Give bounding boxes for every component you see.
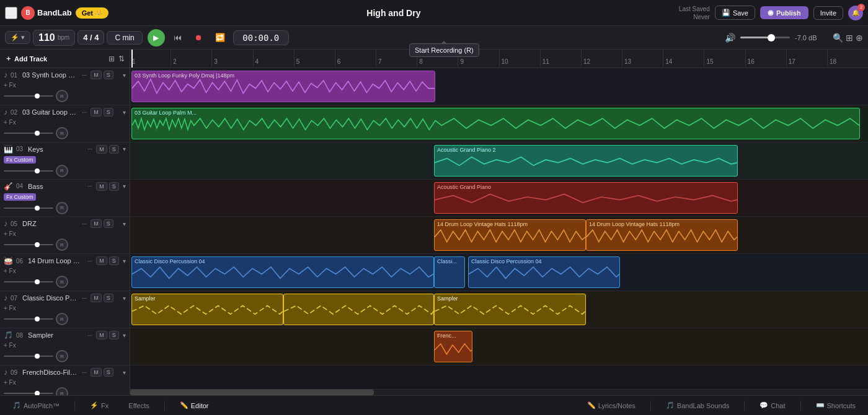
lyrics-tool[interactable]: ✏️ Lyrics/Notes — [582, 399, 640, 412]
track-menu-button[interactable]: ··· — [80, 369, 89, 377]
track-mute-button[interactable]: M — [96, 182, 107, 191]
track-mute-button[interactable]: M — [96, 331, 107, 339]
time-signature[interactable]: 4 / 4 — [78, 30, 104, 45]
track-volume-slider[interactable] — [4, 356, 53, 357]
save-button[interactable]: 💾 Save — [715, 6, 755, 20]
track-volume-slider[interactable] — [4, 318, 53, 320]
track-solo-button[interactable]: S — [104, 71, 113, 79]
track-menu-button[interactable]: ··· — [86, 257, 94, 265]
track-menu-button[interactable]: ··· — [86, 145, 94, 153]
volume-slider[interactable] — [740, 37, 790, 38]
track-list-tool-1[interactable]: ⊞ — [108, 55, 115, 63]
hamburger-menu-button[interactable] — [5, 7, 17, 19]
fx-custom-badge[interactable]: Fx Custom — [4, 193, 36, 201]
audio-clip[interactable]: Sampler — [434, 294, 586, 325]
track-menu-button[interactable]: ··· — [86, 182, 94, 190]
audio-clip[interactable]: 14 Drum Loop Vintage Hats 1118pm — [586, 219, 738, 251]
play-button[interactable]: ▶ — [148, 29, 165, 46]
track-mute-button[interactable]: M — [91, 71, 102, 79]
track-expand-button[interactable]: ▾ — [123, 72, 126, 79]
fx-tool[interactable]: ⚡ Fx — [85, 399, 113, 412]
audio-clip[interactable]: Acoustic Grand Piano — [434, 182, 738, 214]
audio-clip[interactable]: Acoustic Grand Piano 2 — [434, 145, 738, 177]
track-volume-slider[interactable] — [4, 281, 53, 282]
track-menu-button[interactable]: ··· — [80, 71, 89, 79]
add-track-button[interactable]: ＋ Add Track — [5, 54, 47, 63]
track-list-tool-2[interactable]: ⇅ — [118, 55, 125, 63]
track-expand-button[interactable]: ▾ — [123, 369, 126, 376]
track-volume-slider[interactable] — [4, 244, 53, 245]
track-expand-button[interactable]: ▾ — [123, 332, 126, 339]
track-volume-slider[interactable] — [4, 95, 53, 97]
track-volume-slider[interactable] — [4, 208, 53, 209]
track-add-fx[interactable]: + Fx — [4, 82, 16, 89]
publish-button[interactable]: ◉ Publish — [760, 6, 808, 19]
track-menu-button[interactable]: ··· — [80, 108, 89, 116]
track-add-fx[interactable]: + Fx — [4, 305, 16, 312]
track-solo-button[interactable]: S — [104, 368, 113, 377]
track-add-fx[interactable]: + Fx — [4, 379, 16, 386]
track-pan-knob[interactable]: R — [56, 276, 68, 288]
track-pan-knob[interactable]: R — [56, 387, 68, 395]
track-solo-button[interactable]: S — [104, 108, 113, 116]
key-display[interactable]: C min — [107, 31, 142, 45]
audio-clip[interactable]: 03 Guitar Loop Palm M... — [131, 108, 860, 139]
track-expand-button[interactable]: ▾ — [123, 258, 126, 264]
track-solo-button[interactable]: S — [109, 145, 119, 154]
editor-tool[interactable]: ✏️ Editor — [175, 399, 214, 412]
track-pan-knob[interactable]: R — [56, 127, 68, 139]
track-expand-button[interactable]: ▾ — [123, 221, 126, 227]
track-volume-slider[interactable] — [4, 170, 53, 172]
audio-clip[interactable]: 03 Synth Loop Funky Poly Dmaj |148pm — [131, 71, 435, 102]
invite-button[interactable]: Invite — [813, 6, 843, 20]
track-solo-button[interactable]: S — [104, 294, 113, 302]
track-pan-knob[interactable]: R — [56, 202, 68, 214]
track-solo-button[interactable]: S — [109, 182, 119, 191]
track-menu-button[interactable]: ··· — [80, 294, 89, 302]
track-add-fx[interactable]: + Fx — [4, 342, 16, 349]
track-menu-button[interactable]: ··· — [80, 220, 89, 228]
fx-custom-badge[interactable]: Fx Custom — [4, 156, 36, 164]
loop-button[interactable]: 🔁 — [212, 30, 228, 46]
audio-clip[interactable]: 14 Drum Loop Vintage Hats 1118pm — [434, 219, 586, 251]
track-mute-button[interactable]: M — [96, 256, 107, 265]
zoom-out-button[interactable]: 🔍 — [833, 33, 843, 43]
track-add-fx[interactable]: + Fx — [4, 119, 16, 126]
track-expand-button[interactable]: ▾ — [123, 295, 126, 302]
scrollbar-thumb[interactable] — [130, 390, 374, 395]
track-add-fx[interactable]: + Fx — [4, 268, 16, 274]
track-pan-knob[interactable]: R — [56, 313, 68, 325]
rewind-button[interactable]: ⏮ — [170, 30, 186, 46]
track-pan-knob[interactable]: R — [56, 90, 68, 102]
track-pan-knob[interactable]: R — [56, 350, 68, 362]
transport-mode-button[interactable]: ⚡ ▾ — [5, 31, 30, 44]
audio-clip[interactable]: Classi... — [434, 256, 465, 288]
track-menu-button[interactable]: ··· — [86, 331, 94, 339]
track-mute-button[interactable]: M — [91, 294, 102, 302]
track-expand-button[interactable]: ▾ — [123, 183, 126, 190]
track-solo-button[interactable]: S — [104, 219, 113, 228]
get-button[interactable]: Get 👑 — [76, 7, 108, 19]
bandlab-sounds-tool[interactable]: 🎵 BandLab Sounds — [661, 399, 734, 412]
track-add-fx[interactable]: + Fx — [4, 230, 16, 237]
audio-clip[interactable]: Classic Disco Percussion 04 — [131, 256, 434, 288]
shortcuts-tool[interactable]: ⌨️ Shortcuts — [811, 399, 861, 412]
track-volume-slider[interactable] — [4, 393, 53, 394]
effects-tool[interactable]: Effects — [123, 400, 154, 412]
zoom-in-button[interactable]: ⊕ — [856, 33, 863, 43]
track-pan-knob[interactable]: R — [56, 238, 68, 251]
notification-button[interactable]: 🔔 2 — [848, 6, 863, 20]
chat-tool[interactable]: 💬 Chat — [755, 399, 790, 412]
track-solo-button[interactable]: S — [109, 256, 119, 265]
horizontal-scrollbar[interactable] — [130, 389, 868, 395]
audio-clip[interactable]: Frenc... — [434, 331, 472, 362]
track-volume-slider[interactable] — [4, 133, 53, 134]
autopitch-tool[interactable]: 🎵 AutoPitch™ — [7, 399, 64, 412]
track-mute-button[interactable]: M — [91, 108, 102, 116]
track-mute-button[interactable]: M — [96, 145, 107, 154]
track-expand-button[interactable]: ▾ — [123, 109, 126, 116]
track-pan-knob[interactable]: R — [56, 165, 68, 177]
track-solo-button[interactable]: S — [109, 331, 119, 339]
zoom-reset-button[interactable]: ⊞ — [846, 33, 853, 43]
track-mute-button[interactable]: M — [91, 219, 102, 228]
